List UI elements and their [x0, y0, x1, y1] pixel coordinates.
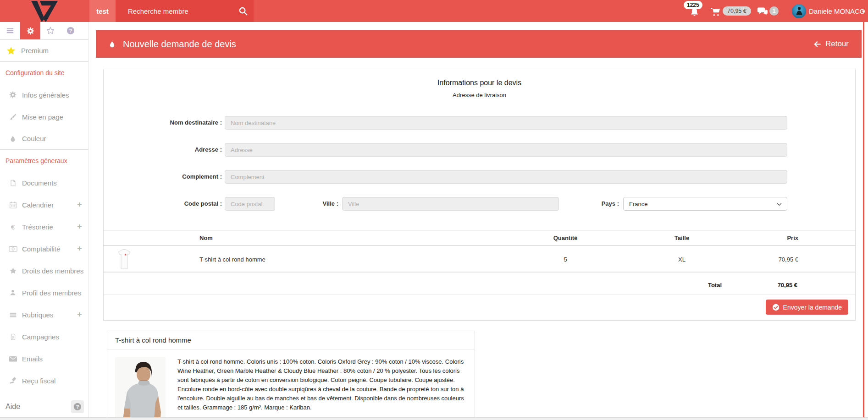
sidebar-item-emails[interactable]: Emails [0, 348, 88, 370]
premium-star-icon [6, 46, 16, 55]
gear-icon [8, 91, 17, 98]
app-logo-icon[interactable] [29, 1, 60, 22]
sidebar-item-documents[interactable]: Documents [0, 172, 88, 194]
sidebar-item-label: Couleur [22, 135, 46, 142]
search-icon[interactable] [238, 6, 248, 16]
items-table-header: Nom Quantité Taille Prix [104, 230, 855, 246]
product-thumbnail[interactable] [117, 249, 199, 269]
sidebar-item-label: Mise en page [22, 113, 63, 121]
drop-icon [8, 135, 17, 142]
sidebar-item-campagnes[interactable]: Campagnes [0, 326, 88, 348]
postal-code-input[interactable] [225, 197, 275, 211]
sidebar-section-config: Configuration du site [0, 62, 88, 84]
form-row-complement: Complement : [104, 170, 855, 184]
total-label: Total [708, 282, 722, 289]
tab-favorites[interactable] [40, 22, 61, 39]
back-label: Retour [825, 39, 849, 49]
svg-text:?: ? [76, 404, 79, 409]
sidebar-item-label: Infos générales [22, 91, 69, 99]
tab-settings[interactable] [20, 22, 40, 39]
form-footer: Envoyer la demande [104, 295, 855, 320]
city-label: Ville : [283, 197, 338, 211]
notification-count-badge[interactable]: 1225 [684, 1, 702, 9]
plus-icon[interactable]: + [77, 310, 82, 320]
form-row-city-country: Code postal : Ville : Pays : France [104, 197, 855, 211]
back-button[interactable]: Retour [813, 39, 849, 49]
col-header-quantite: Quantité [474, 235, 657, 241]
help-button[interactable]: ? [71, 400, 84, 413]
product-card-title: T-shirt à col rond homme [107, 331, 475, 349]
question-icon: ? [66, 27, 75, 35]
star-icon [8, 267, 17, 275]
cart-icon[interactable] [710, 7, 720, 16]
sidebar-item-label: Reçu fiscal [22, 377, 55, 385]
row-product-name: T-shirt à col rond homme [199, 256, 474, 263]
country-label: Pays : [564, 197, 619, 211]
product-description: T-shirt à col rond homme. Coloris unis :… [177, 357, 467, 420]
horizontal-scrollbar[interactable] [0, 417, 868, 420]
hamburger-icon [6, 27, 14, 35]
total-value: 70,95 € [722, 282, 797, 289]
plus-icon[interactable]: + [77, 222, 82, 232]
sidebar-item-profil-membres[interactable]: Profil des membres [0, 282, 88, 304]
messages-icon[interactable] [757, 7, 768, 16]
search-input[interactable] [116, 0, 254, 22]
city-input[interactable] [342, 197, 559, 211]
sidebar-item-mise-en-page[interactable]: Mise en page [0, 106, 88, 128]
sidebar-item-calendrier[interactable]: Calendrier + [0, 194, 88, 216]
scrollbar-thumb[interactable] [863, 22, 864, 420]
site-tab[interactable]: test [89, 0, 116, 22]
row-quantity: 5 [474, 256, 657, 263]
section-title: Paramètres géneraux [0, 157, 67, 164]
plus-icon[interactable]: + [77, 244, 82, 254]
sidebar-item-label: Calendrier [22, 201, 54, 209]
member-search [116, 0, 254, 22]
messages-count-badge[interactable]: 1 [769, 6, 779, 16]
user-menu-caret-icon[interactable] [862, 11, 865, 13]
sidebar-item-tresorerie[interactable]: € Trésorerie + [0, 216, 88, 238]
sidebar-item-label: Trésorerie [22, 223, 53, 231]
envelope-icon [8, 356, 17, 362]
product-card-body: T-shirt à col rond homme. Coloris unis :… [107, 349, 475, 420]
sidebar-item-droits-membres[interactable]: Droits des membres [0, 260, 88, 282]
person-icon [8, 289, 17, 296]
lines-icon [8, 311, 17, 319]
app-window: test 1225 70,95 € [0, 0, 868, 420]
sidebar-item-label: Campagnes [22, 333, 59, 341]
sidebar-item-premium[interactable]: Premium [0, 40, 88, 62]
user-name[interactable]: Daniele MONACO [809, 7, 865, 15]
form-row-recipient: Nom destinataire : [104, 116, 855, 130]
country-select[interactable]: France [623, 197, 787, 211]
col-header-prix: Prix [707, 235, 798, 241]
sidebar-item-couleur[interactable]: Couleur [0, 128, 88, 150]
section-title: Configuration du site [0, 69, 64, 76]
form-subtitle: Adresse de livraison [104, 92, 855, 98]
address-input[interactable] [225, 143, 787, 157]
premium-label: Premium [21, 47, 49, 55]
complement-input[interactable] [225, 170, 787, 184]
tab-menu[interactable] [0, 22, 20, 39]
sidebar-item-infos-generales[interactable]: Infos générales [0, 84, 88, 106]
sidebar-item-label: Comptabilité [22, 245, 60, 253]
topbar: test 1225 70,95 € [0, 0, 868, 22]
table-row: T-shirt à col rond homme 5 XL 70,95 € [104, 247, 855, 273]
file-icon [8, 179, 17, 187]
sidebar-item-label: Rubriques [22, 311, 53, 319]
tab-help[interactable]: ? [61, 22, 81, 39]
cart-total-badge[interactable]: 70,95 € [723, 6, 751, 16]
page-title: Nouvelle demande de devis [123, 39, 236, 49]
sidebar-item-rubriques[interactable]: Rubriques + [0, 304, 88, 326]
sidebar-item-comptabilite[interactable]: Comptabilité + [0, 238, 88, 260]
send-request-label: Envoyer la demande [783, 304, 842, 311]
calendar-icon [8, 201, 17, 209]
recipient-label: Nom destinataire : [104, 116, 222, 130]
col-header-nom: Nom [199, 235, 474, 241]
sidebar-help: Aide ? [0, 399, 84, 415]
send-request-button[interactable]: Envoyer la demande [766, 300, 848, 315]
recipient-input[interactable] [225, 116, 787, 130]
vertical-scrollbar[interactable] [863, 22, 868, 420]
sidebar-item-recu-fiscal[interactable]: Reçu fiscal [0, 370, 88, 392]
plus-icon[interactable]: + [77, 200, 82, 210]
form-title: Informations pour le devis [104, 79, 855, 87]
user-avatar[interactable] [792, 4, 806, 18]
